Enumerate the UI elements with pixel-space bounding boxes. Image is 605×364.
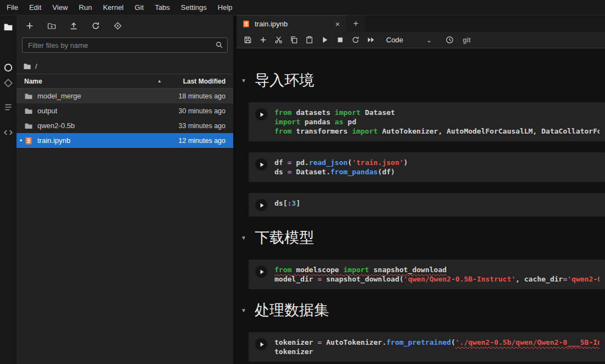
- menu-item-settings[interactable]: Settings: [175, 0, 212, 15]
- tab-label: train.ipynb: [255, 20, 288, 28]
- file-browser-panel: / Name ▲ Last Modified model_merge18 min…: [16, 15, 237, 364]
- breadcrumb[interactable]: /: [16, 58, 233, 74]
- heading-text: 导入环境: [255, 70, 314, 90]
- run-indicator-icon[interactable]: [255, 108, 267, 120]
- code-cell[interactable]: from datasets import Datasetimport panda…: [249, 102, 605, 141]
- menu-item-kernel[interactable]: Kernel: [97, 0, 129, 15]
- upload-icon[interactable]: [69, 21, 78, 30]
- add-cell-icon: [259, 36, 267, 44]
- breadcrumb-folder-icon[interactable]: [23, 62, 31, 70]
- new-tab-button[interactable]: +: [347, 15, 365, 32]
- notebook-icon: [24, 136, 33, 145]
- file-modified: 12 minutes ago: [172, 137, 233, 145]
- code-cell[interactable]: from modelscope import snapshot_download…: [249, 260, 605, 289]
- sort-caret-icon: ▲: [157, 79, 162, 84]
- restart-button[interactable]: [348, 34, 363, 47]
- stop-button[interactable]: [332, 34, 348, 47]
- file-folder-icon: [24, 122, 33, 130]
- column-header-name-label: Name: [24, 78, 42, 85]
- notebook-icon: [242, 20, 250, 28]
- notebook-toolbar: Code⌄git: [237, 32, 605, 48]
- collapser-icon[interactable]: ▼: [241, 78, 249, 84]
- git-icon[interactable]: [3, 78, 13, 88]
- run-indicator-icon[interactable]: [255, 266, 267, 278]
- cut-button[interactable]: [271, 34, 286, 47]
- new-launcher-icon[interactable]: [25, 21, 34, 30]
- file-name: model_merge: [37, 92, 81, 100]
- markdown-heading-cell[interactable]: ▼导入环境: [241, 70, 605, 90]
- tab-bar: train.ipynb × +: [237, 15, 605, 32]
- code-cell[interactable]: df = pd.read_json('train.json')ds = Data…: [249, 152, 605, 182]
- file-name: qwen2-0.5b: [37, 122, 75, 130]
- menu-item-git[interactable]: Git: [129, 0, 150, 15]
- code-editor[interactable]: from datasets import Datasetimport panda…: [274, 108, 600, 136]
- file-row-train.ipynb[interactable]: •train.ipynb12 minutes ago: [16, 133, 233, 148]
- search-icon: [215, 41, 223, 49]
- close-tab-icon[interactable]: ×: [334, 20, 341, 28]
- file-row-qwen2-0.5b[interactable]: qwen2-0.5b33 minutes ago: [16, 118, 233, 133]
- save-button[interactable]: [240, 34, 255, 47]
- run-icon: [321, 36, 329, 44]
- code-editor[interactable]: ds[:3]: [274, 198, 300, 208]
- code-inspector-icon[interactable]: [3, 128, 13, 137]
- notebook-cells: ▼导入环境from datasets import Datasetimport …: [237, 48, 605, 364]
- copy-button[interactable]: [286, 34, 301, 47]
- table-of-contents-icon[interactable]: [3, 102, 13, 112]
- code-editor[interactable]: from modelscope import snapshot_download…: [274, 265, 600, 284]
- run-button[interactable]: [317, 34, 332, 47]
- menu-item-run[interactable]: Run: [73, 0, 97, 15]
- run-indicator-icon[interactable]: [255, 158, 267, 170]
- file-row-model_merge[interactable]: model_merge18 minutes ago: [16, 89, 233, 103]
- stop-icon: [336, 36, 344, 44]
- app-shell: / Name ▲ Last Modified model_merge18 min…: [0, 15, 605, 364]
- folder-icon[interactable]: [3, 22, 13, 32]
- main-area: train.ipynb × + Code⌄git ▼导入环境from datas…: [237, 15, 605, 364]
- add-cell-button[interactable]: [255, 34, 271, 47]
- cell-type-value: Code: [386, 36, 403, 44]
- code-cell[interactable]: ds[:3]: [249, 193, 605, 217]
- file-folder-icon: [24, 107, 33, 115]
- paste-button[interactable]: [301, 34, 317, 47]
- activity-bar: [0, 15, 16, 364]
- code-editor[interactable]: tokenizer = AutoTokenizer.from_pretraine…: [274, 338, 600, 356]
- file-folder-icon: [24, 92, 33, 101]
- menu-item-view[interactable]: View: [47, 0, 73, 15]
- heading-text: 下载模型: [255, 228, 314, 247]
- run-indicator-icon[interactable]: [255, 199, 267, 211]
- save-icon: [244, 36, 252, 44]
- paste-icon: [305, 36, 314, 44]
- run-all-button[interactable]: [363, 34, 378, 47]
- tab-train-ipynb[interactable]: train.ipynb ×: [237, 15, 346, 32]
- cell-type-dropdown[interactable]: Code⌄: [386, 36, 432, 44]
- file-name: train.ipynb: [37, 136, 70, 145]
- file-name: output: [37, 107, 57, 115]
- collapser-icon[interactable]: ▼: [241, 307, 249, 313]
- menu-item-edit[interactable]: Edit: [24, 0, 47, 15]
- filter-files-input[interactable]: [22, 37, 228, 53]
- new-folder-icon[interactable]: [47, 21, 56, 30]
- run-all-icon: [367, 36, 375, 44]
- markdown-heading-cell[interactable]: ▼处理数据集: [241, 300, 605, 320]
- copy-icon: [290, 36, 298, 44]
- breadcrumb-root[interactable]: /: [35, 62, 37, 70]
- running-kernels-icon[interactable]: [3, 63, 13, 73]
- menu-item-file[interactable]: File: [1, 0, 24, 15]
- markdown-heading-cell[interactable]: ▼下载模型: [241, 228, 605, 247]
- menu-item-tabs[interactable]: Tabs: [149, 0, 175, 15]
- column-header-name[interactable]: Name ▲: [16, 78, 168, 85]
- file-list-header: Name ▲ Last Modified: [16, 74, 233, 89]
- chevron-down-icon: ⌄: [426, 36, 432, 44]
- git-clone-icon[interactable]: [113, 21, 122, 30]
- heading-text: 处理数据集: [255, 300, 329, 320]
- history-button[interactable]: [442, 34, 457, 47]
- column-header-modified[interactable]: Last Modified: [168, 78, 233, 85]
- run-indicator-icon[interactable]: [255, 338, 267, 350]
- menu-item-help[interactable]: Help: [212, 0, 238, 15]
- refresh-icon[interactable]: [91, 21, 100, 30]
- git-toolbar-label[interactable]: git: [463, 36, 471, 44]
- file-row-output[interactable]: output30 minutes ago: [16, 103, 233, 118]
- code-cell[interactable]: tokenizer = AutoTokenizer.from_pretraine…: [249, 332, 605, 362]
- file-modified: 18 minutes ago: [172, 92, 233, 100]
- collapser-icon[interactable]: ▼: [241, 235, 249, 241]
- code-editor[interactable]: df = pd.read_json('train.json')ds = Data…: [274, 158, 408, 177]
